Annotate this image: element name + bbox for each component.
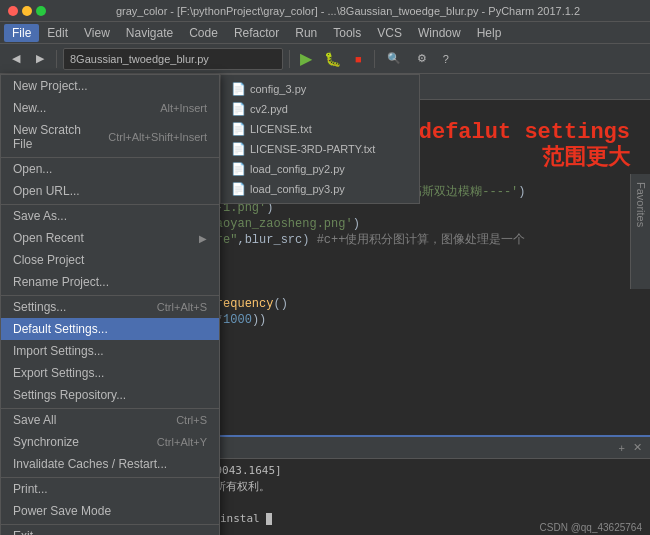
- menu-open-url[interactable]: Open URL...: [1, 180, 219, 202]
- file-label-6: load_config_py3.py: [250, 183, 345, 195]
- open-url-label: Open URL...: [13, 184, 80, 198]
- file-icon-3: 📄: [231, 122, 246, 136]
- print-label: Print...: [13, 482, 48, 496]
- menu-window[interactable]: Window: [410, 24, 469, 42]
- file-label-5: load_config_py2.py: [250, 163, 345, 175]
- forward-btn[interactable]: ▶: [30, 50, 50, 67]
- maximize-circle[interactable]: [36, 6, 46, 16]
- menu-default-settings[interactable]: Default Settings...: [1, 318, 219, 340]
- menu-synchronize[interactable]: Synchronize Ctrl+Alt+Y: [1, 431, 219, 453]
- open-label: Open...: [13, 162, 52, 176]
- watermark: CSDN @qq_43625764: [540, 522, 642, 533]
- run-button[interactable]: ▶: [296, 49, 316, 68]
- terminal-close-btn[interactable]: ✕: [633, 441, 642, 454]
- file-item-1[interactable]: 📄 config_3.py: [221, 79, 419, 99]
- minimize-circle[interactable]: [22, 6, 32, 16]
- menu-close-project[interactable]: Close Project: [1, 249, 219, 271]
- import-settings-label: Import Settings...: [13, 344, 104, 358]
- menu-exit[interactable]: Exit: [1, 524, 219, 535]
- new-shortcut: Alt+Insert: [160, 102, 207, 114]
- file-label-3: LICENSE.txt: [250, 123, 312, 135]
- menu-print[interactable]: Print...: [1, 477, 219, 500]
- exit-label: Exit: [13, 529, 33, 535]
- power-save-label: Power Save Mode: [13, 504, 111, 518]
- menu-export-settings[interactable]: Export Settings...: [1, 362, 219, 384]
- file-label-1: config_3.py: [250, 83, 306, 95]
- toolbar-sep2: [289, 50, 290, 68]
- synchronize-shortcut: Ctrl+Alt+Y: [157, 436, 207, 448]
- window-title: gray_color - [F:\pythonProject\gray_colo…: [54, 5, 642, 17]
- menu-rename-project[interactable]: Rename Project...: [1, 271, 219, 293]
- file-dropdown-menu: New Project... New... Alt+Insert New Scr…: [0, 74, 220, 535]
- file-label-4: LICENSE-3RD-PARTY.txt: [250, 143, 375, 155]
- menu-import-settings[interactable]: Import Settings...: [1, 340, 219, 362]
- menu-tools[interactable]: Tools: [325, 24, 369, 42]
- open-recent-arrow: ▶: [199, 233, 207, 244]
- file-item-2[interactable]: 📄 cv2.pyd: [221, 99, 419, 119]
- menu-open-recent[interactable]: Open Recent ▶: [1, 227, 219, 249]
- settings-btn[interactable]: ⚙: [411, 50, 433, 67]
- synchronize-label: Synchronize: [13, 435, 79, 449]
- open-recent-label: Open Recent: [13, 231, 84, 245]
- favorites-tab[interactable]: Favorites: [633, 178, 649, 231]
- stop-btn[interactable]: ■: [349, 51, 368, 67]
- file-item-5[interactable]: 📄 load_config_py2.py: [221, 159, 419, 179]
- menu-new[interactable]: New... Alt+Insert: [1, 97, 219, 119]
- export-settings-label: Export Settings...: [13, 366, 104, 380]
- menu-run[interactable]: Run: [287, 24, 325, 42]
- menu-file[interactable]: File: [4, 24, 39, 42]
- file-path-input[interactable]: [63, 48, 283, 70]
- menu-refactor[interactable]: Refactor: [226, 24, 287, 42]
- save-as-label: Save As...: [13, 209, 67, 223]
- menu-bar: File Edit View Navigate Code Refactor Ru…: [0, 22, 650, 44]
- menu-edit[interactable]: Edit: [39, 24, 76, 42]
- menu-vcs[interactable]: VCS: [369, 24, 410, 42]
- debug-button[interactable]: 🐛: [320, 51, 345, 67]
- toolbar-sep3: [374, 50, 375, 68]
- search-btn[interactable]: 🔍: [381, 50, 407, 67]
- file-item-6[interactable]: 📄 load_config_py3.py: [221, 179, 419, 199]
- save-all-shortcut: Ctrl+S: [176, 414, 207, 426]
- file-item-4[interactable]: 📄 LICENSE-3RD-PARTY.txt: [221, 139, 419, 159]
- file-panel: 📄 config_3.py 📄 cv2.pyd 📄 LICENSE.txt 📄 …: [220, 74, 420, 204]
- toolbar: ◀ ▶ ▶ 🐛 ■ 🔍 ⚙ ?: [0, 44, 650, 74]
- menu-navigate[interactable]: Navigate: [118, 24, 181, 42]
- toolbar-sep1: [56, 50, 57, 68]
- file-icon-5: 📄: [231, 162, 246, 176]
- menu-open[interactable]: Open...: [1, 157, 219, 180]
- terminal-add-btn[interactable]: +: [619, 442, 625, 454]
- menu-new-project[interactable]: New Project...: [1, 75, 219, 97]
- file-icon-6: 📄: [231, 182, 246, 196]
- file-item-3[interactable]: 📄 LICENSE.txt: [221, 119, 419, 139]
- menu-settings[interactable]: Settings... Ctrl+Alt+S: [1, 295, 219, 318]
- file-icon-4: 📄: [231, 142, 246, 156]
- menu-save-all[interactable]: Save All Ctrl+S: [1, 408, 219, 431]
- menu-new-scratch[interactable]: New Scratch File Ctrl+Alt+Shift+Insert: [1, 119, 219, 155]
- rename-project-label: Rename Project...: [13, 275, 109, 289]
- menu-code[interactable]: Code: [181, 24, 226, 42]
- file-icon-1: 📄: [231, 82, 246, 96]
- invalidate-caches-label: Invalidate Caches / Restart...: [13, 457, 167, 471]
- menu-invalidate-caches[interactable]: Invalidate Caches / Restart...: [1, 453, 219, 475]
- settings-repo-label: Settings Repository...: [13, 388, 126, 402]
- menu-help[interactable]: Help: [469, 24, 510, 42]
- close-circle[interactable]: [8, 6, 18, 16]
- menu-save-as[interactable]: Save As...: [1, 204, 219, 227]
- back-btn[interactable]: ◀: [6, 50, 26, 67]
- side-panel: Favorites: [630, 174, 650, 289]
- new-label: New...: [13, 101, 46, 115]
- menu-power-save[interactable]: Power Save Mode: [1, 500, 219, 522]
- new-scratch-shortcut: Ctrl+Alt+Shift+Insert: [108, 131, 207, 143]
- close-project-label: Close Project: [13, 253, 84, 267]
- menu-view[interactable]: View: [76, 24, 118, 42]
- new-scratch-label: New Scratch File: [13, 123, 88, 151]
- terminal-cursor: [266, 513, 272, 525]
- window-controls: [8, 6, 46, 16]
- menu-settings-repo[interactable]: Settings Repository...: [1, 384, 219, 406]
- help-btn[interactable]: ?: [437, 51, 455, 67]
- default-settings-label: Default Settings...: [13, 322, 108, 336]
- file-label-2: cv2.pyd: [250, 103, 288, 115]
- file-icon-2: 📄: [231, 102, 246, 116]
- save-all-label: Save All: [13, 413, 56, 427]
- settings-label: Settings...: [13, 300, 66, 314]
